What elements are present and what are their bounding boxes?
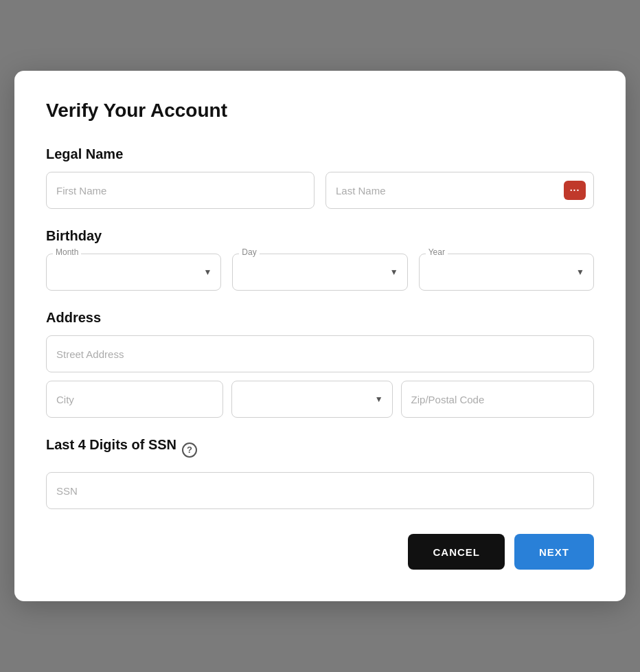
ssn-input[interactable] bbox=[46, 472, 594, 509]
ssn-label-row: Last 4 Digits of SSN ? bbox=[46, 437, 594, 462]
year-wrapper: Year 20262025202420232022202120202019201… bbox=[419, 254, 594, 291]
last-name-wrapper: ··· bbox=[325, 172, 594, 209]
ssn-label: Last 4 Digits of SSN bbox=[46, 437, 176, 453]
first-name-input[interactable] bbox=[46, 172, 315, 209]
month-label: Month bbox=[53, 247, 81, 257]
month-wrapper: Month JanuaryFebruaryMarch AprilMayJune … bbox=[46, 254, 221, 291]
day-wrapper: Day for(let i=1;i<=31;i++) document.writ… bbox=[232, 254, 407, 291]
legal-name-label: Legal Name bbox=[46, 146, 594, 162]
state-select[interactable]: ALAKAZAR CACOCTDE FLGAHIID ILINIAKS KYLA… bbox=[231, 381, 393, 418]
ssn-help-icon[interactable]: ? bbox=[182, 443, 197, 458]
ssn-section: Last 4 Digits of SSN ? bbox=[46, 437, 594, 509]
year-select[interactable]: 2026202520242023202220212020201920182017… bbox=[419, 254, 594, 291]
city-input[interactable] bbox=[46, 381, 223, 418]
legal-name-section: Legal Name ··· bbox=[46, 146, 594, 209]
state-wrapper: ALAKAZAR CACOCTDE FLGAHIID ILINIAKS KYLA… bbox=[231, 381, 393, 418]
legal-name-row: ··· bbox=[46, 172, 594, 209]
address-section: Address ALAKAZAR CACOCTDE FLGAHIID ILINI… bbox=[46, 310, 594, 418]
last-name-error-icon: ··· bbox=[564, 181, 586, 200]
street-address-input[interactable] bbox=[46, 335, 594, 372]
city-state-zip-row: ALAKAZAR CACOCTDE FLGAHIID ILINIAKS KYLA… bbox=[46, 381, 594, 418]
day-select[interactable]: for(let i=1;i<=31;i++) document.write(`<… bbox=[232, 254, 407, 291]
last-name-input[interactable] bbox=[325, 172, 594, 209]
birthday-row: Month JanuaryFebruaryMarch AprilMayJune … bbox=[46, 254, 594, 291]
modal-title: Verify Your Account bbox=[46, 100, 594, 122]
zip-input[interactable] bbox=[401, 381, 594, 418]
day-label: Day bbox=[239, 247, 259, 257]
address-label: Address bbox=[46, 310, 594, 326]
city-wrapper bbox=[46, 381, 223, 418]
birthday-section: Birthday Month JanuaryFebruaryMarch Apri… bbox=[46, 228, 594, 291]
verify-account-modal: Verify Your Account Legal Name ··· Birth… bbox=[14, 71, 626, 601]
street-row bbox=[46, 335, 594, 372]
month-select[interactable]: JanuaryFebruaryMarch AprilMayJune JulyAu… bbox=[46, 254, 221, 291]
birthday-label: Birthday bbox=[46, 228, 594, 244]
next-button[interactable]: NEXT bbox=[514, 534, 594, 570]
first-name-wrapper bbox=[46, 172, 315, 209]
year-label: Year bbox=[426, 247, 448, 257]
zip-wrapper bbox=[401, 381, 594, 418]
button-row: CANCEL NEXT bbox=[46, 534, 594, 570]
cancel-button[interactable]: CANCEL bbox=[408, 534, 505, 570]
